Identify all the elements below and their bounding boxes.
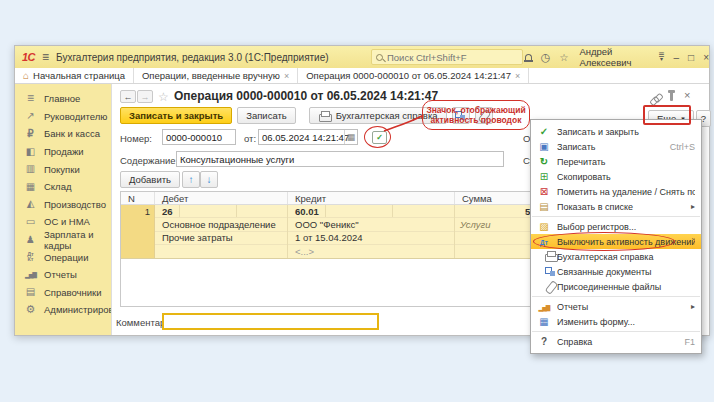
menu-item-copy[interactable]: Скопировать <box>531 169 701 184</box>
close-tab-icon[interactable]: × <box>284 71 289 81</box>
close-form-icon[interactable]: × <box>684 89 690 101</box>
title-bar: 1С ≡ Бухгалтерия предприятия, редакция 3… <box>15 46 709 68</box>
registers-icon <box>537 220 551 233</box>
credit-cell[interactable]: 60.01 ООО "Феникс" 1 от 15.04.2024 <...> <box>288 205 455 258</box>
save-close-icon <box>537 125 551 138</box>
arrow-up-icon: ↑ <box>189 174 194 185</box>
menu-item-related-documents[interactable]: Связанные документы <box>531 264 701 279</box>
manager-chart-icon <box>24 111 37 121</box>
col-credit[interactable]: Кредит <box>288 192 455 204</box>
desktop: 1С ≡ Бухгалтерия предприятия, редакция 3… <box>0 0 714 402</box>
sidebar-item-production[interactable]: Производство <box>15 196 111 214</box>
menu-item-reports[interactable]: Отчеты▸ <box>531 299 701 314</box>
tab-label: Операции, введенные вручную <box>142 70 280 81</box>
edit-form-icon <box>537 315 551 328</box>
history-icon[interactable]: ◷ <box>541 52 551 62</box>
main-menu-icon <box>24 93 37 104</box>
sidebar-item-sales[interactable]: Продажи <box>15 143 111 161</box>
notifications-icon[interactable] <box>525 54 532 61</box>
delete-mark-icon <box>537 185 551 198</box>
app-title: Бухгалтерия предприятия, редакция 3.0 (1… <box>56 52 329 63</box>
content-field[interactable] <box>176 151 504 167</box>
col-debit[interactable]: Дебет <box>155 192 288 204</box>
reports-icon <box>24 269 37 280</box>
main-menu-icon[interactable]: ≡ <box>42 50 49 64</box>
content-label: Содержание: <box>120 155 178 166</box>
directories-icon <box>24 287 37 297</box>
maximize-button[interactable]: □ <box>688 52 694 63</box>
move-down-button[interactable]: ↓ <box>200 171 218 188</box>
menu-item-edit-form[interactable]: Изменить форму... <box>531 314 701 329</box>
sidebar-item-bank-cash[interactable]: Банк и касса <box>15 125 111 143</box>
salary-hr-icon <box>24 235 37 245</box>
warehouse-icon <box>24 182 37 192</box>
submenu-arrow-icon: ▸ <box>691 302 695 311</box>
postings-activity-icon <box>537 235 551 248</box>
operations-icon <box>24 252 37 263</box>
refresh-icon <box>537 155 551 168</box>
number-label: Номер: <box>120 133 152 144</box>
pin-icon[interactable] <box>670 92 673 101</box>
debit-cell[interactable]: 26 Основное подразделение Прочие затраты <box>155 205 288 258</box>
calendar-icon[interactable]: ▦ <box>344 130 357 144</box>
row-number-cell[interactable]: 1 <box>121 205 155 258</box>
menu-item-select-registers[interactable]: Выбор регистров... <box>531 219 701 234</box>
user-name[interactable]: Андрей Алексеевич <box>579 46 649 68</box>
menu-item-save[interactable]: ЗаписатьCtrl+S <box>531 139 701 154</box>
date-field[interactable] <box>258 129 358 145</box>
sidebar-item-administration[interactable]: Администрирование <box>15 301 111 319</box>
search-input[interactable] <box>387 52 518 63</box>
menu-item-disable-postings-activity[interactable]: Выключить активность движений <box>531 234 701 249</box>
minimize-button[interactable]: – <box>674 52 680 63</box>
col-n[interactable]: N <box>121 192 155 204</box>
menu-item-help[interactable]: СправкаF1 <box>531 334 701 349</box>
1c-logo: 1С <box>22 51 35 63</box>
service-menu-icon[interactable]: ≡▾ <box>659 52 665 62</box>
tab-label: Начальная страница <box>33 70 125 81</box>
sidebar-item-salary-hr[interactable]: Зарплата и кадры <box>15 231 111 249</box>
number-field[interactable] <box>162 129 236 145</box>
sidebar-item-directories[interactable]: Справочники <box>15 284 111 302</box>
tab-home[interactable]: ⌂ Начальная страница <box>15 68 134 83</box>
fixed-assets-icon <box>24 217 37 227</box>
global-search[interactable] <box>371 49 523 65</box>
menu-item-save-close[interactable]: Записать и закрыть <box>531 124 701 139</box>
sidebar-item-manager[interactable]: Руководителю <box>15 108 111 126</box>
favorite-star-icon[interactable]: ☆ <box>158 90 169 104</box>
titlebar-icons: ◷ ☆ Андрей Алексеевич ≡▾ – □ × <box>525 46 709 68</box>
menu-item-accounting-reference[interactable]: Бухгалтерская справка <box>531 249 701 264</box>
sidebar-item-purchases[interactable]: Покупки <box>15 160 111 178</box>
sidebar-item-reports[interactable]: Отчеты <box>15 266 111 284</box>
back-button[interactable]: ← <box>120 90 136 103</box>
home-icon: ⌂ <box>23 70 29 81</box>
close-tab-icon[interactable]: × <box>515 71 520 81</box>
add-row-button[interactable]: Добавить <box>120 171 180 188</box>
sidebar-item-warehouse[interactable]: Склад <box>15 178 111 196</box>
menu-separator <box>532 216 700 217</box>
sidebar-item-main[interactable]: Главное <box>15 90 111 108</box>
help-icon <box>537 335 551 348</box>
purchases-icon <box>24 164 37 174</box>
comment-field[interactable] <box>162 313 379 330</box>
search-icon <box>376 54 383 61</box>
sidebar: Главное Руководителю Банк и касса Продаж… <box>15 84 111 335</box>
sidebar-item-operations[interactable]: Операции <box>15 248 111 266</box>
menu-item-reread[interactable]: Перечитать <box>531 154 701 169</box>
save-close-button[interactable]: Записать и закрыть <box>120 107 232 124</box>
menu-item-attached-files[interactable]: Присоединенные файлы <box>531 279 701 294</box>
copy-icon <box>537 170 551 183</box>
menu-item-show-in-list[interactable]: Показать в списке▸ <box>531 199 701 214</box>
get-link-icon[interactable] <box>650 93 663 105</box>
save-button[interactable]: Записать <box>237 107 296 124</box>
tab-operation-document[interactable]: Операция 0000-000010 от 06.05.2024 14:21… <box>298 68 529 83</box>
favorites-icon[interactable]: ☆ <box>559 52 568 63</box>
menu-item-delete-mark[interactable]: Пометить на удаление / Снять пометку <box>531 184 701 199</box>
move-up-button[interactable]: ↑ <box>182 171 200 188</box>
close-window-button[interactable]: × <box>703 52 709 63</box>
tab-bar: ⌂ Начальная страница Операции, введенные… <box>15 68 709 84</box>
show-in-list-icon <box>537 200 551 213</box>
forward-button[interactable]: → <box>137 90 153 103</box>
tab-manual-operations[interactable]: Операции, введенные вручную × <box>134 68 298 83</box>
date-label: от: <box>244 133 256 144</box>
form-title: Операция 0000-000010 от 06.05.2024 14:21… <box>174 89 438 103</box>
